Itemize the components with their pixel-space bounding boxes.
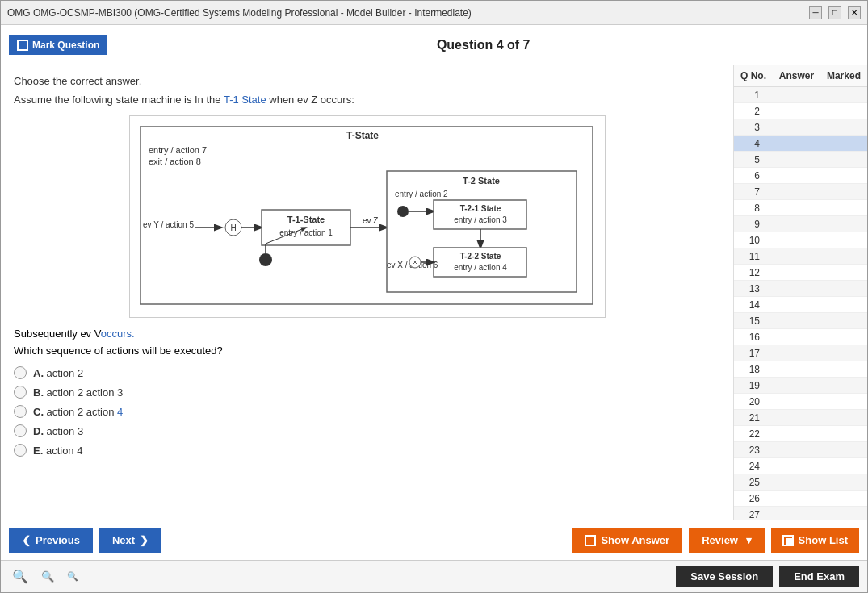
q-list-row-12[interactable]: 12	[734, 265, 867, 281]
q-list-row-22[interactable]: 22	[734, 426, 867, 442]
q-list-row-15[interactable]: 15	[734, 313, 867, 329]
option-b[interactable]: B. action 2 action 3	[14, 386, 720, 399]
q-list-row-6[interactable]: 6	[734, 168, 867, 184]
q-list-row-4[interactable]: 4	[734, 136, 867, 152]
q-list-row-17[interactable]: 17	[734, 345, 867, 361]
svg-text:T-State: T-State	[346, 130, 378, 141]
option-b-radio[interactable]	[14, 386, 27, 399]
next-button[interactable]: Next	[99, 528, 161, 553]
q-list-row-9[interactable]: 9	[734, 216, 867, 232]
review-arrow-icon: ▾	[746, 534, 752, 546]
q-list-row-8[interactable]: 8	[734, 200, 867, 216]
svg-text:T-2 State: T-2 State	[463, 176, 500, 186]
q-num-10: 10	[734, 235, 766, 246]
q-list-row-26[interactable]: 26	[734, 491, 867, 507]
highlight-v: occurs.	[101, 328, 135, 340]
q-num-3: 3	[734, 122, 766, 133]
q-num-5: 5	[734, 154, 766, 165]
q-list-row-20[interactable]: 20	[734, 394, 867, 410]
svg-text:H: H	[230, 223, 236, 232]
q-num-8: 8	[734, 203, 766, 214]
q-list-row-7[interactable]: 7	[734, 184, 867, 200]
option-c-label: C. action 2 action 4	[33, 406, 123, 418]
svg-text:exit / action 8: exit / action 8	[149, 157, 201, 166]
minimize-button[interactable]: ─	[809, 6, 822, 19]
next-label: Next	[112, 534, 135, 546]
svg-text:entry / action 3: entry / action 3	[454, 215, 507, 224]
q-num-19: 19	[734, 380, 766, 391]
q-list-row-10[interactable]: 10	[734, 232, 867, 248]
mark-question-button[interactable]: Mark Question	[9, 35, 107, 55]
option-d[interactable]: D. action 3	[14, 424, 720, 437]
q-num-25: 25	[734, 477, 766, 488]
close-button[interactable]: ✕	[848, 6, 861, 19]
end-exam-button[interactable]: End Exam	[779, 566, 859, 587]
q-num-26: 26	[734, 493, 766, 504]
svg-text:entry / action 4: entry / action 4	[454, 263, 507, 272]
svg-point-20	[397, 206, 409, 217]
q-num-4: 4	[734, 138, 766, 149]
svg-text:ev Z: ev Z	[363, 216, 378, 225]
q-num-15: 15	[734, 315, 766, 327]
q-list-row-11[interactable]: 11	[734, 248, 867, 265]
q-list-row-3[interactable]: 3	[734, 119, 867, 136]
next-arrow-icon	[140, 534, 149, 546]
option-a[interactable]: A. action 2	[14, 366, 720, 379]
title-bar-text: OMG OMG-OCSMP-MBI300 (OMG-Certified Syst…	[7, 7, 472, 19]
q-list-header: Q No. Answer Marked	[734, 65, 867, 87]
svg-text:entry / action 2: entry / action 2	[395, 190, 448, 198]
q-list-body[interactable]: 1 2 3 4 5 6 7 8	[734, 87, 867, 520]
save-session-button[interactable]: Save Session	[676, 566, 773, 587]
q-list-row-13[interactable]: 13	[734, 281, 867, 297]
zoom-normal-button[interactable]: 🔍	[38, 569, 57, 584]
instruction-text: Choose the correct answer.	[14, 75, 720, 87]
zoom-out-button[interactable]: 🔍	[64, 570, 82, 583]
maximize-button[interactable]: □	[828, 6, 841, 19]
review-button[interactable]: Review ▾	[689, 528, 764, 553]
option-c-radio[interactable]	[14, 405, 27, 418]
q-num-21: 21	[734, 412, 766, 424]
q-list-row-2[interactable]: 2	[734, 103, 867, 119]
q-num-20: 20	[734, 396, 766, 407]
q-list-row-27[interactable]: 27	[734, 507, 867, 520]
q-num-2: 2	[734, 106, 766, 117]
svg-text:T-1-State: T-1-State	[287, 215, 324, 224]
option-e[interactable]: E. action 4	[14, 444, 720, 457]
q-num-9: 9	[734, 219, 766, 230]
q-list-row-16[interactable]: 16	[734, 329, 867, 345]
q-list-row-25[interactable]: 25	[734, 474, 867, 491]
zoom-in-button[interactable]: 🔍	[9, 567, 31, 586]
show-list-button[interactable]: Show List	[771, 528, 859, 553]
svg-text:entry / action 1: entry / action 1	[279, 228, 333, 237]
option-a-radio[interactable]	[14, 366, 27, 379]
option-d-radio[interactable]	[14, 424, 27, 437]
q-num-22: 22	[734, 428, 766, 440]
show-answer-button[interactable]: Show Answer	[572, 528, 682, 553]
q-num-13: 13	[734, 283, 766, 294]
q-list-row-5[interactable]: 5	[734, 152, 867, 168]
q-num-1: 1	[734, 90, 766, 101]
svg-text:T-2-1 State: T-2-1 State	[459, 204, 501, 213]
bottom-bar2: 🔍 🔍 🔍 Save Session End Exam	[1, 560, 867, 592]
answer-header: Answer	[779, 70, 814, 81]
show-answer-label: Show Answer	[601, 534, 669, 546]
svg-text:T-2-2 State: T-2-2 State	[459, 252, 501, 261]
q-list-row-18[interactable]: 18	[734, 361, 867, 378]
option-c[interactable]: C. action 2 action 4	[14, 405, 720, 418]
q-list-row-21[interactable]: 21	[734, 410, 867, 426]
q-list-row-23[interactable]: 23	[734, 442, 867, 458]
q-num-24: 24	[734, 461, 766, 472]
previous-button[interactable]: Previous	[9, 528, 93, 553]
q-list-row-14[interactable]: 14	[734, 297, 867, 313]
option-b-label: B. action 2 action 3	[33, 386, 123, 399]
q-list-row-19[interactable]: 19	[734, 378, 867, 394]
q-num-16: 16	[734, 332, 766, 343]
svg-text:ev Y / action 5: ev Y / action 5	[143, 220, 194, 229]
option-e-radio[interactable]	[14, 444, 27, 457]
q-no-header: Q No.	[740, 70, 766, 81]
q-list-row-24[interactable]: 24	[734, 458, 867, 474]
q-num-11: 11	[734, 251, 766, 262]
q-list-row-1[interactable]: 1	[734, 87, 867, 103]
svg-point-12	[259, 253, 272, 266]
q-num-12: 12	[734, 267, 766, 278]
